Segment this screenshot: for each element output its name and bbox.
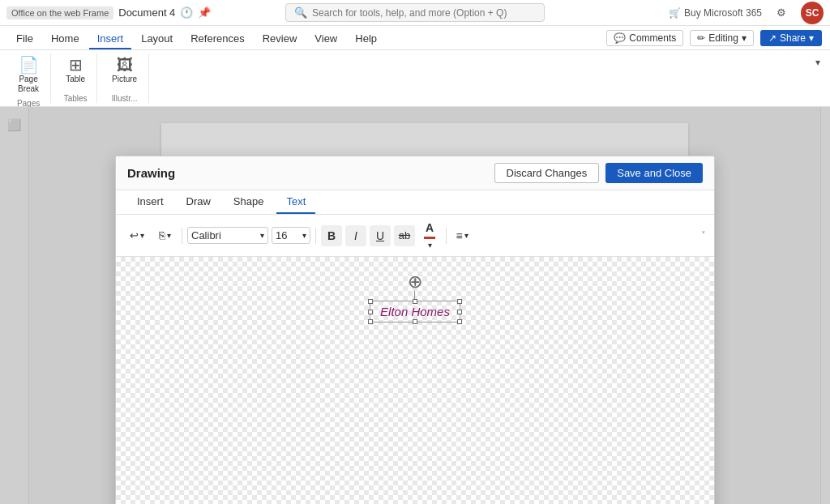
size-dropdown-icon: ▾	[302, 231, 306, 240]
title-bar: Office on the web Frame Document 4 🕐 📌 🔍…	[0, 0, 830, 26]
page-break-button[interactable]: 📄 PageBreak	[13, 53, 44, 97]
dialog-header: Drawing Discard Changes Save and Close	[116, 156, 714, 190]
font-color-chevron: ▾	[428, 241, 432, 250]
doc-title: Document 4	[118, 6, 175, 19]
pencil-icon: ✏	[697, 32, 705, 44]
tab-view[interactable]: View	[306, 29, 345, 49]
dialog-tab-draw[interactable]: Draw	[177, 190, 220, 214]
share-icon: ↗	[768, 32, 777, 44]
undo-chevron-icon: ▾	[140, 231, 144, 240]
tab-layout[interactable]: Layout	[133, 29, 181, 49]
tab-references[interactable]: References	[182, 29, 252, 49]
redo-chevron-icon: ▾	[167, 231, 171, 240]
main-area: ⬜ Drawing Discard Changes Save and Close…	[0, 107, 830, 504]
tab-insert[interactable]: Insert	[89, 29, 132, 49]
dialog-toolbar: ↩ ▾ ⎘ ▾ Calibri ▾ 16 ▾	[116, 215, 714, 257]
handle-bottom-right[interactable]	[457, 319, 462, 324]
font-family-select[interactable]: Calibri ▾	[187, 227, 268, 244]
handle-middle-left[interactable]	[368, 310, 373, 314]
page-break-label: PageBreak	[18, 75, 39, 94]
app-label: Office on the web Frame	[6, 6, 113, 19]
picture-label: Picture	[112, 75, 137, 84]
undo-button[interactable]: ↩ ▾	[124, 226, 150, 245]
settings-button[interactable]: ⚙	[770, 2, 793, 24]
toolbar-divider-3	[446, 228, 447, 244]
picture-button[interactable]: 🖼 Picture	[107, 53, 142, 88]
search-icon: 🔍	[294, 6, 307, 19]
title-bar-right: 🛒 Buy Microsoft 365 ⚙ SC	[551, 2, 824, 24]
handle-bottom-middle[interactable]	[413, 319, 417, 324]
italic-button[interactable]: I	[345, 225, 366, 246]
title-bar-center: 🔍	[279, 3, 551, 22]
handle-middle-right[interactable]	[457, 310, 462, 314]
handle-bottom-left[interactable]	[368, 319, 373, 324]
save-and-close-button[interactable]: Save and Close	[605, 163, 703, 183]
spiral-connector-icon: ⊕	[408, 273, 422, 291]
toolbar-divider-2	[315, 228, 316, 244]
align-icon: ≡	[456, 229, 462, 242]
discard-changes-button[interactable]: Discard Changes	[494, 163, 600, 183]
dialog-tab-text[interactable]: Text	[276, 190, 315, 214]
search-box[interactable]: 🔍	[285, 3, 545, 22]
title-bar-left: Office on the web Frame Document 4 🕐 📌	[6, 6, 279, 19]
ribbon-toolbar: 📄 PageBreak Pages ⊞ Table Tables 🖼 Pictu…	[0, 50, 830, 107]
undo-icon: ↩	[130, 229, 139, 241]
ribbon-right-controls: 💬 Comments ✏ Editing ▾ ↗ Share ▾	[606, 30, 822, 49]
underline-button[interactable]: U	[370, 225, 391, 246]
dialog-header-buttons: Discard Changes Save and Close	[494, 163, 704, 183]
picture-icon: 🖼	[117, 57, 133, 73]
doc-pin-icon[interactable]: 📌	[198, 6, 211, 19]
editing-button[interactable]: ✏ Editing ▾	[690, 30, 754, 46]
text-box-content[interactable]: Elton Homes	[380, 305, 450, 318]
align-button[interactable]: ≡ ▾	[451, 225, 473, 246]
dialog-title: Drawing	[127, 166, 175, 180]
redo-button[interactable]: ⎘ ▾	[153, 226, 177, 245]
strikethrough-button[interactable]: ab	[394, 225, 415, 246]
ribbon-group-illustrate: 🖼 Picture Illustr...	[101, 53, 149, 103]
tables-group-label: Tables	[64, 92, 88, 103]
handle-top-middle[interactable]	[413, 299, 417, 304]
bold-button[interactable]: B	[321, 225, 342, 246]
handle-top-right[interactable]	[457, 299, 462, 304]
toolbar-divider-1	[182, 228, 182, 244]
buy-ms365-label[interactable]: 🛒 Buy Microsoft 365	[669, 7, 762, 19]
table-icon: ⊞	[69, 57, 83, 73]
comments-button[interactable]: 💬 Comments	[606, 30, 683, 46]
dialog-overlay: Drawing Discard Changes Save and Close I…	[0, 107, 830, 504]
redo-icon: ⎘	[159, 229, 165, 241]
ribbon-group-pages: 📄 PageBreak Pages	[6, 53, 51, 103]
drawing-dialog: Drawing Discard Changes Save and Close I…	[115, 156, 715, 504]
table-label: Table	[66, 75, 85, 84]
tab-review[interactable]: Review	[255, 29, 306, 49]
page-break-icon: 📄	[19, 57, 39, 73]
comments-icon: 💬	[614, 32, 626, 44]
dialog-tabs: Insert Draw Shape Text	[116, 190, 714, 215]
doc-history-icon[interactable]: 🕐	[180, 6, 193, 19]
table-button[interactable]: ⊞ Table	[61, 53, 90, 88]
align-chevron-icon: ▾	[464, 231, 468, 240]
search-input[interactable]	[312, 7, 536, 19]
toolbar-expand-button[interactable]: ˅	[701, 230, 706, 241]
editing-chevron-icon: ▾	[742, 32, 747, 44]
user-avatar[interactable]: SC	[801, 2, 824, 24]
font-dropdown-icon: ▾	[260, 231, 264, 240]
dialog-tab-shape[interactable]: Shape	[224, 190, 274, 214]
illustrate-group-label: Illustr...	[112, 92, 138, 103]
ms365-icon: 🛒	[669, 7, 681, 19]
font-color-button[interactable]: A ▾	[418, 218, 441, 253]
handle-top-left[interactable]	[368, 299, 373, 304]
dialog-tab-insert[interactable]: Insert	[127, 190, 173, 214]
tab-file[interactable]: File	[8, 29, 41, 49]
share-button[interactable]: ↗ Share ▾	[760, 30, 822, 46]
tab-help[interactable]: Help	[347, 29, 385, 49]
text-box[interactable]: Elton Homes	[370, 301, 460, 322]
tab-home[interactable]: Home	[43, 29, 88, 49]
ribbon-tabs: File Home Insert Layout References Revie…	[0, 26, 830, 50]
ribbon-collapse-button[interactable]: ▾	[812, 53, 824, 71]
font-color-indicator	[424, 237, 435, 239]
drawing-object[interactable]: ⊕ Elton Homes	[370, 273, 460, 322]
ribbon-group-tables: ⊞ Table Tables	[54, 53, 97, 103]
font-size-select[interactable]: 16 ▾	[272, 227, 310, 244]
share-chevron-icon: ▾	[809, 32, 814, 44]
drawing-canvas[interactable]: ⊕ Elton Homes	[116, 257, 714, 504]
